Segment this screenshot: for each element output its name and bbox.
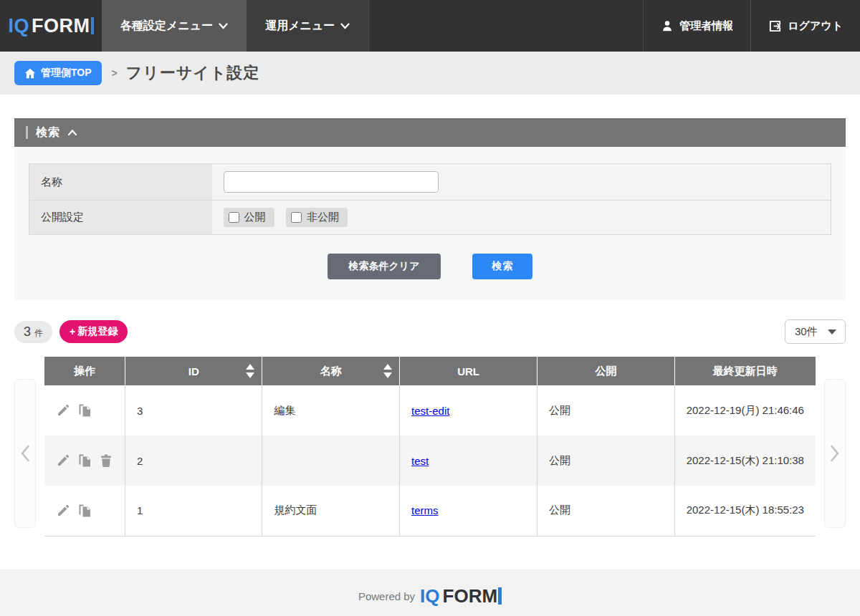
checkbox-public-label: 公開 xyxy=(244,211,266,224)
checkbox-private-input[interactable] xyxy=(291,212,302,223)
col-header-url: URL xyxy=(400,357,538,385)
cell-updated: 2022-12-15(木) 18:55:23 xyxy=(674,486,816,536)
breadcrumb-separator: > xyxy=(112,67,118,79)
nav-right: 管理者情報 ログアウト xyxy=(643,0,860,52)
table-header-row: 操作 ID 名称 URL 公開 最終更新日時 xyxy=(44,357,816,385)
col-header-operations: 操作 xyxy=(44,357,125,385)
app-logo-text: IQ FORM xyxy=(9,15,94,37)
checkbox-public[interactable]: 公開 xyxy=(224,208,274,227)
edit-icon[interactable] xyxy=(56,453,70,468)
logout-label: ログアウト xyxy=(788,19,843,33)
cell-id: 2 xyxy=(125,435,262,486)
cell-id: 1 xyxy=(125,486,262,536)
menu-operation[interactable]: 運用メニュー xyxy=(247,0,369,52)
search-button[interactable]: 検索 xyxy=(472,254,532,279)
powered-by-text: Powered by xyxy=(358,590,415,602)
edit-icon[interactable] xyxy=(56,504,70,518)
chevron-down-icon xyxy=(340,23,350,29)
cell-updated: 2022-12-15(木) 21:10:38 xyxy=(674,435,816,486)
footer-logo: IQ FORM xyxy=(420,585,502,607)
plus-icon: + xyxy=(70,326,75,337)
footer-logo-accent-bar xyxy=(498,587,502,605)
search-form: 名称 公開設定 公開 非公開 xyxy=(29,163,831,235)
breadcrumb-home-label: 管理側TOP xyxy=(41,67,92,80)
footer-logo-iq: IQ xyxy=(420,585,439,607)
logo-form: FORM xyxy=(32,15,90,37)
table-row: 2 test 公開 2022-12-15(木) 21:10:38 xyxy=(44,435,816,486)
checkbox-public-input[interactable] xyxy=(229,212,239,223)
admin-info-label: 管理者情報 xyxy=(679,19,733,33)
row-actions xyxy=(56,504,113,518)
cell-public: 公開 xyxy=(538,385,675,435)
home-icon xyxy=(24,68,36,79)
sort-asc-icon[interactable] xyxy=(383,364,392,370)
list-bar: 3 件 + 新規登録 30件 xyxy=(14,319,846,344)
free-site-table: 操作 ID 名称 URL 公開 最終更新日時 3 編集 test xyxy=(44,357,816,536)
new-registration-button[interactable]: + 新規登録 xyxy=(59,320,128,343)
copy-icon[interactable] xyxy=(77,453,92,468)
scroll-left-button[interactable] xyxy=(14,379,36,528)
cell-id: 3 xyxy=(125,385,262,435)
name-input[interactable] xyxy=(224,171,439,193)
chevron-down-icon xyxy=(219,23,228,29)
chevron-right-icon xyxy=(830,445,840,462)
logo-iq: IQ xyxy=(9,15,30,37)
search-actions: 検索条件クリア 検索 xyxy=(29,254,831,279)
chevron-up-icon xyxy=(67,127,77,138)
search-panel: 検索 名称 公開設定 公開 xyxy=(14,118,846,300)
url-link[interactable]: test-edit xyxy=(411,405,449,417)
table-area: 操作 ID 名称 URL 公開 最終更新日時 3 編集 test xyxy=(14,357,846,536)
breadcrumb-home-button[interactable]: 管理側TOP xyxy=(14,61,102,85)
edit-icon[interactable] xyxy=(56,403,70,418)
sort-desc-icon[interactable] xyxy=(246,372,254,378)
field-label-public: 公開設定 xyxy=(29,201,212,235)
search-header-label: 検索 xyxy=(36,125,60,140)
sort-icons[interactable] xyxy=(383,364,392,378)
menu-settings-label: 各種設定メニュー xyxy=(120,19,213,34)
sort-desc-icon[interactable] xyxy=(383,372,392,378)
copy-icon[interactable] xyxy=(77,403,92,418)
chevron-left-icon xyxy=(20,445,30,462)
scroll-right-button[interactable] xyxy=(824,379,846,528)
footer-logo-form: FORM xyxy=(443,585,498,607)
clear-search-button[interactable]: 検索条件クリア xyxy=(328,254,441,279)
row-actions xyxy=(56,453,113,468)
result-count-badge: 3 件 xyxy=(14,321,52,343)
col-header-name[interactable]: 名称 xyxy=(262,357,400,385)
page-size-select[interactable]: 30件 xyxy=(785,319,846,344)
search-row-public: 公開設定 公開 非公開 xyxy=(29,201,831,235)
col-header-public: 公開 xyxy=(538,357,675,385)
person-icon xyxy=(661,19,674,32)
page-size-value: 30件 xyxy=(795,325,818,339)
sort-asc-icon[interactable] xyxy=(246,364,254,370)
logo-accent-bar xyxy=(91,17,94,34)
cell-name xyxy=(262,435,400,486)
caret-down-icon xyxy=(828,329,836,335)
new-registration-label: 新規登録 xyxy=(77,325,118,338)
menu-settings[interactable]: 各種設定メニュー xyxy=(102,0,247,52)
sort-icons[interactable] xyxy=(246,364,254,378)
menu-operation-label: 運用メニュー xyxy=(265,19,335,34)
app-logo[interactable]: IQ FORM xyxy=(0,0,102,52)
logout-button[interactable]: ログアウト xyxy=(750,0,860,52)
search-row-name: 名称 xyxy=(29,164,831,201)
admin-info-button[interactable]: 管理者情報 xyxy=(643,0,750,52)
field-label-name: 名称 xyxy=(29,164,212,201)
page-title: フリーサイト設定 xyxy=(126,62,260,84)
url-link[interactable]: test xyxy=(411,455,429,467)
result-count: 3 xyxy=(24,324,31,340)
result-count-unit: 件 xyxy=(34,327,43,340)
search-panel-header[interactable]: 検索 xyxy=(14,118,846,147)
top-nav: IQ FORM 各種設定メニュー 運用メニュー 管理者情報 ログアウト xyxy=(0,0,860,52)
cell-public: 公開 xyxy=(538,435,675,486)
url-link[interactable]: terms xyxy=(411,504,439,516)
copy-icon[interactable] xyxy=(77,504,92,518)
cell-name: 編集 xyxy=(262,385,400,435)
table-row: 3 編集 test-edit 公開 2022-12-19(月) 21:46:46 xyxy=(44,385,816,435)
footer: Powered by IQ FORM xyxy=(0,569,860,616)
col-header-id[interactable]: ID xyxy=(125,357,262,385)
checkbox-private-label: 非公開 xyxy=(307,211,339,224)
cell-name: 規約文面 xyxy=(262,486,400,536)
delete-icon[interactable] xyxy=(99,453,113,468)
checkbox-private[interactable]: 非公開 xyxy=(286,208,348,227)
